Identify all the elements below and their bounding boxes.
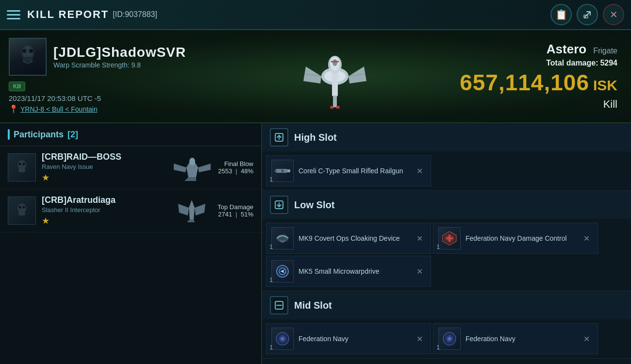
participant-damage: 2741 — [218, 211, 232, 218]
svg-point-22 — [23, 163, 25, 165]
slot-item[interactable]: 1 Coreli C-Type Small Rifled Railgun ✕ — [266, 155, 431, 186]
high-slot-icon — [270, 128, 288, 147]
item-icon — [271, 260, 294, 282]
participant-stat-label: Top Damage — [217, 203, 253, 211]
item-remove-button[interactable]: ✕ — [414, 165, 426, 177]
mid-slot-items: 1 Federation Navy ✕ 1 — [262, 319, 631, 358]
slot-item[interactable]: 1 MK9 Covert Ops Cloaking Device ✕ — [266, 223, 431, 254]
close-button[interactable]: ✕ — [603, 4, 624, 25]
svg-rect-50 — [446, 237, 453, 239]
participant-stats: Top Damage 2741 | 51% — [217, 203, 253, 218]
low-slot-icon — [270, 196, 288, 214]
slot-item[interactable]: 1 Federation Navy ✕ — [266, 323, 431, 354]
item-name: Federation Navy Damage Control — [465, 234, 576, 243]
participant-ship-image — [170, 153, 214, 182]
participant-stat-label: Final Blow — [218, 160, 253, 167]
svg-point-28 — [189, 158, 195, 165]
svg-point-3 — [22, 49, 26, 53]
participant-avatar — [8, 197, 36, 225]
item-name: MK9 Covert Ops Cloaking Device — [299, 234, 409, 243]
kill-location: 📍 YRNJ-8 < Bull < Fountain — [9, 104, 215, 114]
copy-button[interactable]: 📋 — [550, 4, 572, 25]
menu-icon[interactable] — [7, 10, 20, 19]
low-slot-header: Low Slot — [262, 191, 631, 219]
participant-item[interactable]: [CRB]Aratrudiaga Slasher II Interceptor … — [0, 189, 261, 232]
mid-slot-icon — [270, 296, 288, 314]
item-quantity: 1 — [269, 276, 273, 283]
main-content: Participants [2] [CRB]RAID—BOSS Raven Na… — [0, 123, 631, 364]
high-slot-section: High Slot 1 Coreli C-Type Small Rifled R… — [262, 123, 631, 191]
slot-item[interactable]: 1 MK5 Small Microwarpdrive ✕ — [266, 256, 431, 287]
participant-avatar — [8, 153, 36, 182]
svg-marker-35 — [195, 204, 205, 215]
pilot-info: [JDLG]ShadowSVR Warp Scramble Strength: … — [53, 45, 186, 69]
item-quantity: 1 — [269, 344, 273, 351]
total-damage-label: Total damage: — [546, 59, 598, 67]
slot-item[interactable]: 1 Federation Navy Damage Control ✕ — [433, 223, 598, 254]
svg-point-4 — [29, 49, 33, 53]
participant-damage: 2553 — [218, 167, 232, 175]
location-pin-icon: 📍 — [9, 104, 18, 114]
item-name: Coreli C-Type Small Rifled Railgun — [299, 166, 409, 175]
item-remove-button[interactable]: ✕ — [414, 266, 426, 277]
header: KILL REPORT [ID:9037883] 📋 ✕ — [0, 0, 631, 30]
item-icon — [271, 328, 294, 350]
item-icon — [271, 227, 294, 249]
svg-rect-32 — [18, 212, 25, 215]
svg-point-31 — [23, 206, 25, 209]
slot-item[interactable]: 1 Federation Navy ✕ — [433, 323, 598, 354]
header-title: KILL REPORT — [27, 8, 109, 21]
pilot-avatar-image — [10, 39, 46, 75]
participant-percent: 48% — [241, 167, 253, 175]
export-button[interactable] — [577, 4, 598, 25]
total-damage-row: Total damage: 5294 — [546, 59, 617, 67]
item-icon — [438, 328, 461, 350]
location-link[interactable]: YRNJ-8 < Bull < Fountain — [20, 105, 98, 113]
item-remove-button[interactable]: ✕ — [581, 333, 593, 345]
kill-date: 2023/11/17 20:53:08 UTC -5 — [9, 94, 215, 102]
pilot-warp-strength: Warp Scramble Strength: 9.8 — [53, 61, 186, 69]
participants-header: Participants [2] — [0, 123, 261, 146]
participants-title: Participants — [14, 130, 64, 140]
item-name: Federation Navy — [465, 334, 576, 343]
svg-rect-8 — [332, 72, 338, 97]
item-remove-button[interactable]: ✕ — [414, 233, 426, 244]
low-slot-section: Low Slot 1 MK9 Covert Ops Cloaking Devic — [262, 191, 631, 291]
svg-marker-36 — [187, 219, 195, 222]
svg-marker-33 — [189, 200, 195, 219]
mid-slot-header: Mid Slot — [262, 291, 631, 319]
participant-name: [CRB]RAID—BOSS — [42, 152, 166, 162]
participant-percent: 51% — [241, 211, 253, 218]
item-icon — [271, 160, 294, 182]
svg-point-17 — [336, 106, 340, 109]
svg-point-42 — [281, 169, 284, 172]
svg-point-16 — [330, 106, 334, 109]
participant-name: [CRB]Aratrudiaga — [42, 195, 166, 205]
mid-slot-section: Mid Slot 1 Federation Navy ✕ — [262, 291, 631, 359]
item-quantity: 1 — [269, 176, 273, 183]
participant-item[interactable]: [CRB]RAID—BOSS Raven Navy Issue ★ — [0, 146, 261, 189]
header-actions: 📋 ✕ — [550, 4, 624, 25]
pilot-name: [JDLG]ShadowSVR — [53, 45, 186, 60]
participants-count: [2] — [67, 130, 78, 140]
pilot-avatar — [9, 38, 47, 76]
ship-silhouette — [282, 37, 388, 115]
mid-slot-title: Mid Slot — [294, 300, 332, 311]
low-slot-title: Low Slot — [294, 199, 334, 211]
svg-point-21 — [19, 163, 21, 165]
header-accent-bar — [8, 129, 10, 140]
svg-rect-15 — [333, 96, 337, 107]
high-slot-header: High Slot — [262, 123, 631, 151]
item-icon — [438, 227, 461, 249]
participant-star-icon: ★ — [42, 172, 166, 183]
item-remove-button[interactable]: ✕ — [581, 233, 593, 244]
ship-type-name: Astero — [547, 42, 586, 57]
svg-marker-25 — [174, 164, 186, 172]
kill-banner: [JDLG]ShadowSVR Warp Scramble Strength: … — [0, 30, 631, 123]
item-quantity: 1 — [436, 243, 440, 250]
participant-info: [CRB]Aratrudiaga Slasher II Interceptor … — [42, 195, 166, 226]
total-damage-value: 5294 — [600, 59, 617, 67]
svg-point-46 — [281, 236, 284, 240]
participants-panel: Participants [2] [CRB]RAID—BOSS Raven Na… — [0, 123, 262, 364]
item-remove-button[interactable]: ✕ — [414, 333, 426, 345]
